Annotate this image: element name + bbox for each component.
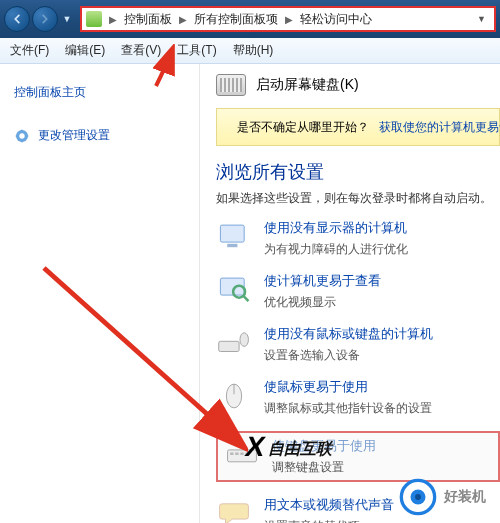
option-desc: 为有视力障碍的人进行优化 (264, 241, 408, 258)
tip-bar: 是否不确定从哪里开始？ 获取使您的计算机更易于 (216, 108, 500, 146)
option-mouse-easier: 使鼠标更易于使用 调整鼠标或其他指针设备的设置 (216, 378, 500, 417)
section-title: 浏览所有设置 (216, 160, 500, 184)
monitor-icon (216, 219, 252, 255)
option-keyboard-easier: 使键盘更易于使用 调整键盘设置 X 自由互联 (216, 431, 500, 482)
svg-line-6 (243, 296, 248, 301)
option-link[interactable]: 使用没有显示器的计算机 (264, 219, 408, 237)
menu-help[interactable]: 帮助(H) (229, 40, 278, 61)
keyboard-mouse-icon (216, 325, 252, 361)
option-desc: 优化视频显示 (264, 294, 381, 311)
svg-rect-12 (230, 452, 233, 455)
option-no-mouse-keyboard: 使用没有鼠标或键盘的计算机 设置备选输入设备 (216, 325, 500, 364)
svg-rect-7 (219, 341, 239, 351)
tip-recommend-link[interactable]: 获取使您的计算机更易于 (379, 119, 500, 136)
magnifier-monitor-icon (216, 272, 252, 308)
arrow-left-icon (10, 12, 24, 26)
sidebar-item-label: 控制面板主页 (14, 84, 86, 101)
menu-edit[interactable]: 编辑(E) (61, 40, 109, 61)
option-link[interactable]: 用文本或视频替代声音 (264, 496, 394, 514)
chevron-right-icon: ▶ (284, 14, 294, 25)
option-easier-see: 使计算机更易于查看 优化视频显示 (216, 272, 500, 311)
option-link[interactable]: 使用没有鼠标或键盘的计算机 (264, 325, 433, 343)
option-desc: 设置声音的替代项 (264, 518, 394, 523)
nav-buttons: ▼ (4, 6, 74, 32)
shield-gear-icon (14, 128, 30, 144)
nav-history-dropdown[interactable]: ▼ (60, 14, 74, 24)
breadcrumb-all-items[interactable]: 所有控制面板项 (190, 11, 282, 28)
main-split: 控制面板主页 更改管理设置 启动屏幕键盘(K) 是否不确定从哪里开始？ 获取使您… (0, 64, 500, 523)
watermark: 好装机 (398, 477, 486, 517)
watermark-text: 好装机 (444, 488, 486, 506)
menu-view[interactable]: 查看(V) (117, 40, 165, 61)
section-subtitle: 如果选择这些设置，则在每次登录时都将自动启动。 (216, 190, 500, 207)
option-desc: 调整鼠标或其他指针设备的设置 (264, 400, 432, 417)
option-no-display: 使用没有显示器的计算机 为有视力障碍的人进行优化 (216, 219, 500, 258)
address-bar[interactable]: ▶ 控制面板 ▶ 所有控制面板项 ▶ 轻松访问中心 ▼ (80, 6, 496, 32)
content-area: 启动屏幕键盘(K) 是否不确定从哪里开始？ 获取使您的计算机更易于 浏览所有设置… (200, 64, 500, 523)
menubar: 文件(F) 编辑(E) 查看(V) 工具(T) 帮助(H) (0, 38, 500, 64)
window-titlebar: ▼ ▶ 控制面板 ▶ 所有控制面板项 ▶ 轻松访问中心 ▼ (0, 0, 500, 38)
option-link[interactable]: 使鼠标更易于使用 (264, 378, 432, 396)
svg-point-1 (19, 133, 24, 138)
menu-tools[interactable]: 工具(T) (173, 40, 220, 61)
svg-rect-3 (227, 244, 237, 247)
speech-bubble-icon (216, 496, 252, 523)
back-button[interactable] (4, 6, 30, 32)
svg-point-18 (415, 494, 421, 500)
svg-rect-13 (235, 452, 238, 455)
svg-point-8 (240, 333, 249, 347)
sidebar-control-panel-home[interactable]: 控制面板主页 (12, 78, 187, 107)
option-desc: 调整键盘设置 (272, 459, 376, 476)
watermark-eye-icon (398, 477, 438, 517)
arrow-right-icon (38, 12, 52, 26)
control-panel-icon (86, 11, 102, 27)
menu-file[interactable]: 文件(F) (6, 40, 53, 61)
sidebar: 控制面板主页 更改管理设置 (0, 64, 200, 523)
osk-launcher[interactable]: 启动屏幕键盘(K) (216, 74, 500, 96)
sidebar-item-label: 更改管理设置 (38, 127, 110, 144)
mouse-icon (216, 378, 252, 414)
svg-rect-2 (220, 225, 244, 242)
overlay-x-icon: X (243, 431, 268, 463)
sidebar-change-admin-settings[interactable]: 更改管理设置 (12, 121, 187, 150)
overlay-brand-text: 自由互联 (268, 439, 332, 460)
breadcrumb-control-panel[interactable]: 控制面板 (120, 11, 176, 28)
breadcrumb-ease-of-access[interactable]: 轻松访问中心 (296, 11, 376, 28)
chevron-right-icon: ▶ (108, 14, 118, 25)
osk-title: 启动屏幕键盘(K) (256, 76, 359, 94)
tip-question: 是否不确定从哪里开始？ (237, 119, 369, 136)
chevron-right-icon: ▶ (178, 14, 188, 25)
option-link[interactable]: 使计算机更易于查看 (264, 272, 381, 290)
forward-button[interactable] (32, 6, 58, 32)
option-desc: 设置备选输入设备 (264, 347, 433, 364)
address-dropdown-icon[interactable]: ▼ (473, 14, 490, 24)
keyboard-icon (216, 74, 246, 96)
